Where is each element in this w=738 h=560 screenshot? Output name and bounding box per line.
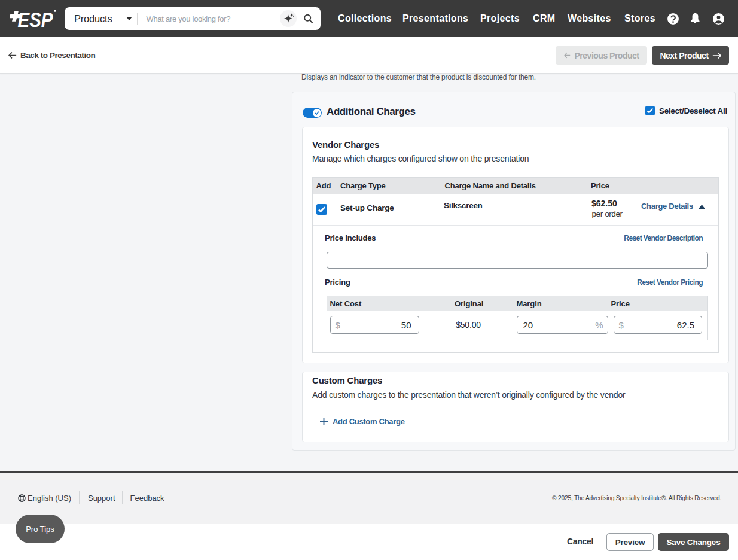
svg-text:ESP: ESP bbox=[18, 9, 53, 29]
